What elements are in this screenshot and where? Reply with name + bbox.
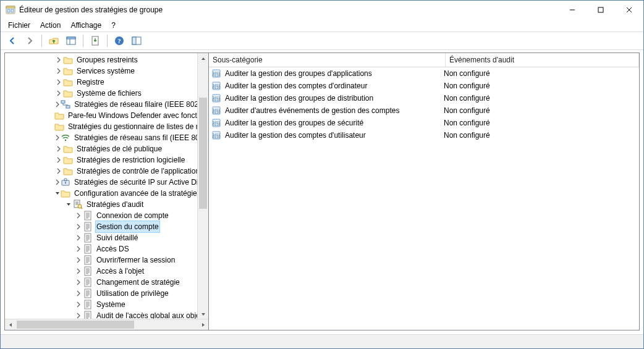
list-cell-name: Auditer d'autres événements de gestion d… [209, 106, 440, 116]
tree-item[interactable]: Stratégies du gestionnaire de listes de … [5, 121, 208, 132]
tree-item[interactable]: Changement de stratégie [5, 277, 208, 288]
show-hide-tree-button[interactable] [63, 33, 79, 49]
tree-item[interactable]: Stratégies de contrôle de l'application [5, 166, 208, 177]
column-header-name[interactable]: Sous-catégorie [209, 53, 446, 67]
column-header-status[interactable]: Événements d'audit [446, 53, 639, 67]
tree-item[interactable]: Services système [5, 65, 208, 77]
tree-item[interactable]: Connexion de compte [5, 210, 208, 221]
tree-horizontal-scrollbar[interactable] [5, 319, 208, 330]
expand-icon[interactable] [74, 211, 83, 220]
tree-item[interactable]: Configuration avancée de la stratégie d'… [5, 188, 208, 199]
list-row[interactable]: Auditer la gestion des groupes de sécuri… [209, 117, 639, 129]
expand-icon[interactable] [54, 78, 63, 86]
expand-icon[interactable] [74, 222, 83, 231]
scroll-thumb[interactable] [17, 321, 134, 329]
toolbar-separator [41, 35, 42, 47]
list-row[interactable]: Auditer la gestion des comptes d'utilisa… [209, 129, 639, 141]
expand-icon[interactable] [74, 233, 83, 242]
tree-item[interactable]: Accès DS [5, 243, 208, 254]
tree-item[interactable]: Stratégies de clé publique [5, 143, 208, 154]
list-row[interactable]: Auditer la gestion des groupes de distri… [209, 92, 639, 104]
scroll-down-button[interactable] [198, 309, 208, 319]
tree-item-label: Stratégies de réseau sans fil (IEEE 802.… [73, 132, 208, 143]
scroll-track[interactable] [198, 64, 208, 309]
tree-item[interactable]: Ouvrir/fermer la session [5, 254, 208, 266]
list-cell-name: Auditer la gestion des groupes de distri… [209, 93, 440, 103]
expand-icon[interactable] [54, 156, 63, 164]
maximize-button[interactable] [587, 1, 615, 19]
tree-vertical-scrollbar[interactable] [197, 53, 208, 319]
scroll-left-button[interactable] [5, 319, 15, 330]
minimize-button[interactable] [558, 1, 587, 19]
expand-icon[interactable] [54, 167, 63, 175]
tree-item[interactable]: Stratégies d'audit [5, 199, 208, 210]
export-list-button[interactable] [87, 33, 103, 49]
toggle-preview-button[interactable] [129, 33, 145, 49]
menu-view[interactable]: Affichage [66, 20, 106, 31]
expand-icon[interactable] [74, 289, 83, 298]
collapse-icon[interactable] [64, 200, 73, 209]
expand-icon[interactable] [54, 178, 61, 187]
list-item-name: Auditer d'autres événements de gestion d… [225, 106, 399, 115]
statusbar [1, 334, 643, 348]
tree-item[interactable]: Groupes restreints [5, 54, 208, 65]
tree-item-label: Registre [75, 77, 106, 88]
policy-item-icon [211, 130, 221, 140]
list-body[interactable]: Auditer la gestion des groupes d'applica… [209, 67, 639, 330]
tree-item[interactable]: Stratégies de réseau filaire (IEEE 802.3… [5, 99, 208, 110]
list-row[interactable]: Auditer la gestion des comptes d'ordinat… [209, 80, 639, 92]
tree-item[interactable]: Stratégies de restriction logicielle [5, 154, 208, 166]
list-header[interactable]: Sous-catégorie Événements d'audit [209, 53, 639, 67]
expand-icon[interactable] [54, 133, 61, 142]
scroll-right-button[interactable] [198, 319, 208, 330]
collapse-icon[interactable] [54, 189, 61, 198]
menu-action[interactable]: Action [35, 20, 66, 31]
tree-item[interactable]: Audit de l'accès global aux objets [5, 310, 208, 319]
tree-item[interactable]: Utilisation de privilège [5, 288, 208, 299]
list-item-name: Auditer la gestion des groupes de sécuri… [225, 119, 363, 127]
expand-icon[interactable] [54, 100, 61, 109]
list-item-name: Auditer la gestion des comptes d'utilisa… [225, 131, 366, 140]
tree-item[interactable]: Pare-feu Windows Defender avec fonctions… [5, 110, 208, 121]
tree-item[interactable]: Système de fichiers [5, 88, 208, 99]
expand-icon[interactable] [74, 267, 83, 275]
list-item-name: Auditer la gestion des groupes de distri… [225, 94, 373, 103]
help-button[interactable] [111, 33, 127, 49]
expand-icon[interactable] [74, 256, 83, 264]
list-row[interactable]: Auditer d'autres événements de gestion d… [209, 104, 639, 117]
tree-item-label: Suivi détaillé [95, 232, 139, 243]
list-row[interactable]: Auditer la gestion des groupes d'applica… [209, 67, 639, 80]
back-button[interactable] [4, 33, 20, 49]
tree-item-label: Stratégies de restriction logicielle [75, 154, 186, 166]
expand-icon[interactable] [74, 300, 83, 309]
network-icon [61, 99, 70, 109]
tree-item[interactable]: Système [5, 299, 208, 310]
up-folder-button[interactable] [46, 33, 62, 49]
expand-icon[interactable] [74, 278, 83, 287]
scroll-up-button[interactable] [198, 53, 208, 64]
forward-button[interactable] [22, 33, 38, 49]
tree-item[interactable]: Suivi détaillé [5, 232, 208, 243]
content: Groupes restreintsServices systèmeRegist… [4, 53, 640, 330]
sheet-icon [83, 211, 93, 221]
tree-item[interactable]: Registre [5, 77, 208, 88]
menu-file[interactable]: Fichier [3, 20, 35, 31]
expand-icon[interactable] [54, 145, 63, 153]
close-button[interactable] [615, 1, 643, 19]
tree-item[interactable]: Gestion du compte [5, 221, 208, 232]
expand-icon[interactable] [54, 67, 63, 75]
expand-icon[interactable] [74, 245, 83, 253]
expand-icon[interactable] [54, 56, 63, 64]
scroll-track[interactable] [15, 319, 198, 330]
titlebar[interactable]: Éditeur de gestion des stratégies de gro… [1, 1, 643, 19]
tree-item-label: Système [95, 299, 127, 310]
menu-help[interactable]: ? [106, 20, 121, 31]
tree-item[interactable]: Stratégies de sécurité IP sur Active Dir… [5, 177, 208, 188]
tree-item-label: Système de fichiers [75, 88, 143, 99]
policy-item-icon [211, 81, 221, 91]
tree[interactable]: Groupes restreintsServices systèmeRegist… [5, 53, 208, 319]
scroll-thumb[interactable] [199, 98, 207, 209]
tree-item[interactable]: Accès à l'objet [5, 266, 208, 277]
expand-icon[interactable] [54, 89, 63, 98]
tree-item[interactable]: Stratégies de réseau sans fil (IEEE 802.… [5, 132, 208, 143]
